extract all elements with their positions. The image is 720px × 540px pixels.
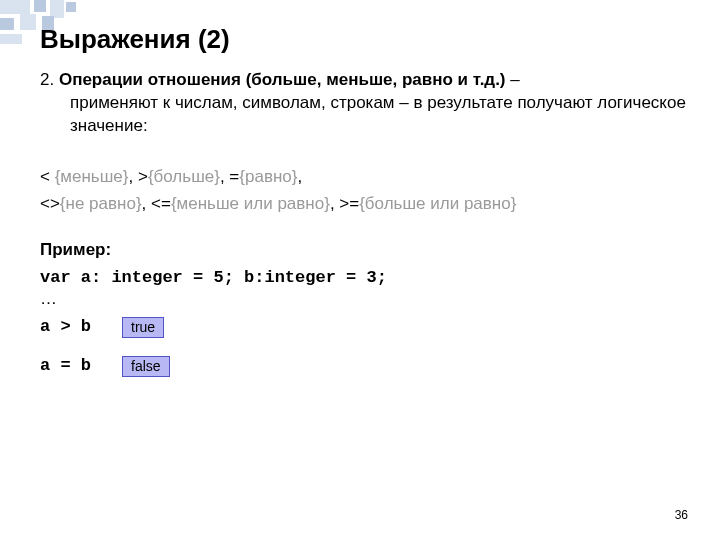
intro-bold: Операции отношения (больше, меньше, равн…	[54, 70, 505, 89]
example-label: Пример:	[40, 239, 690, 262]
slide-content: Выражения (2) 2. Операции отношения (бол…	[40, 24, 690, 395]
intro-tail-rest: применяют к числам, символам, строкам – …	[40, 92, 690, 138]
slide-title: Выражения (2)	[40, 24, 690, 55]
intro-number: 2.	[40, 70, 54, 89]
code-declaration: var a: integer = 5; b:integer = 3;	[40, 268, 690, 288]
example-row-1: a > b true	[40, 317, 690, 338]
ellipsis: …	[40, 288, 690, 311]
page-number: 36	[675, 508, 688, 522]
intro-tail-start: –	[506, 70, 520, 89]
example-row-2: a = b false	[40, 356, 690, 377]
intro-paragraph: 2. Операции отношения (больше, меньше, р…	[40, 69, 690, 138]
operators-line-2: <>{не равно}, <={меньше или равно}, >={б…	[40, 191, 690, 217]
result-badge-false: false	[122, 356, 170, 377]
operators-line-1: < {меньше}, >{больше}, ={равно},	[40, 164, 690, 190]
expr-1: a > b	[40, 317, 100, 337]
result-badge-true: true	[122, 317, 164, 338]
expr-2: a = b	[40, 356, 100, 376]
